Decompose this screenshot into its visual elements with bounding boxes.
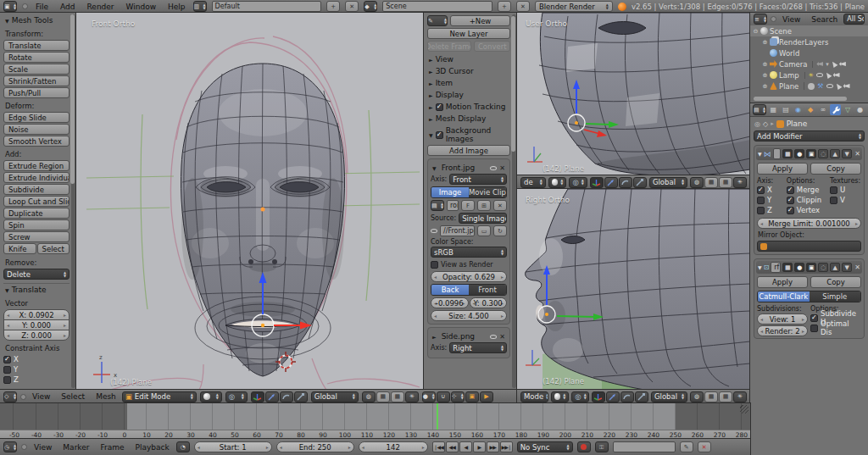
pivot-point-select[interactable]: ◎ [225,391,248,402]
open-file-icon[interactable]: ▭ [477,225,491,236]
manipulator-scale-icon[interactable] [294,391,308,402]
tool-button[interactable]: Spin [3,219,70,230]
viewport-shading-select[interactable] [200,391,222,402]
manipulator-scale-icon[interactable] [635,391,648,402]
view-panel-header[interactable]: View [427,53,510,65]
pivot-point-select[interactable]: ◎ [569,177,587,188]
mod-delete-icon[interactable]: ✕ [854,150,860,158]
manipulator-arrow-icon[interactable] [606,391,620,402]
manipulator-rotate-icon[interactable] [619,177,632,188]
editor-type-properties-icon[interactable]: ▤ [753,104,766,115]
tool-button[interactable]: Scale [3,64,70,75]
manipulator-arrow-icon[interactable] [265,391,279,402]
mod-moveup-icon[interactable]: ▲ [830,149,840,158]
constraint-z-row[interactable]: Z [3,375,70,385]
editor-type-outliner-icon[interactable]: ≡ [754,14,767,25]
back-tab[interactable]: Back [431,285,469,295]
viewport-user[interactable]: User Ortho (142) Plane [517,13,750,175]
proportional-edit-icon[interactable]: ✳ [733,391,747,402]
mirror-object-field[interactable] [757,241,861,252]
tab-material-icon[interactable]: ● [854,104,865,115]
mod-edit-toggle-icon[interactable]: ▣ [806,149,816,158]
collapse-menus-icon[interactable] [21,444,27,450]
image-datablock-name[interactable]: ront.jpg [447,200,459,211]
viewport-shading-select[interactable] [548,177,566,188]
editor-type-3dview-icon[interactable]: ◇ [3,391,17,402]
tool-button[interactable]: Noise [3,124,70,135]
outliner-row-renderlayers[interactable]: ⊕ RenderLayers [750,36,868,47]
outliner-row-scene[interactable]: ⊖ Scene [750,25,868,36]
menu-item[interactable]: Help [165,3,188,11]
viewport-shading-select[interactable] [551,391,569,402]
delete-menu[interactable]: Delete [3,269,70,280]
layer-widget-icon[interactable]: ▦ [704,391,718,402]
vector-z-field[interactable]: Z: 0.000 [3,330,70,341]
mod-moveup-icon[interactable]: ▲ [830,263,840,272]
menu-item[interactable]: View [31,443,54,452]
layer-widget2-icon[interactable]: ▦ [391,391,404,402]
reload-icon[interactable]: ↻ [493,225,507,236]
knife-select-button[interactable]: Select [37,243,70,254]
collapse-menus-icon[interactable] [22,3,28,9]
view-subdivisions-field[interactable]: View: 1 [757,314,808,325]
mod-movedown-icon[interactable]: ▼ [842,149,852,158]
area-resize-grip[interactable] [740,405,748,413]
mirror-x-row[interactable]: X [757,185,785,195]
layer-widget2-icon[interactable]: ▦ [719,391,732,402]
mod-movedown-icon[interactable]: ▼ [842,263,852,272]
mirror-u-row[interactable]: U [830,185,861,195]
render-engine-select[interactable]: Blender Render [535,1,613,12]
menu-item[interactable]: Search [809,15,840,24]
layer-widget-icon[interactable]: ▦ [704,177,718,188]
layer-widget2-icon[interactable]: ▦ [719,177,732,188]
optimal-display-row[interactable]: Optimal Dis [810,323,861,333]
tool-button[interactable]: Push/Pull [3,87,70,98]
mode-select[interactable]: ▣Edit Mode [122,391,197,402]
front-tab[interactable]: Front [469,285,506,295]
editor-type-info-icon[interactable]: ▣ [3,1,17,12]
background-images-panel-header[interactable]: Background Images [427,125,510,145]
render-opengl-anim-icon[interactable]: ▶ [480,391,493,402]
menu-item[interactable]: Marker [60,443,92,452]
sync-mode-select[interactable]: No Sync [517,441,573,452]
menu-item[interactable]: View [780,15,803,24]
motion-tracking-panel-header[interactable]: Motion Tracking [427,101,510,113]
mode-select[interactable]: de [520,177,546,188]
outliner-filter-select[interactable]: All Scenes [843,14,865,25]
subsurf-apply-button[interactable]: Apply [757,276,808,288]
manipulator-rotate-icon[interactable] [620,391,634,402]
pin-icon[interactable]: ◎ [754,120,760,128]
proportional-edit-icon[interactable]: ✳ [733,177,747,188]
item-panel-header[interactable]: Item [427,77,510,89]
tab-render-icon[interactable]: ▦ [768,104,779,115]
end-frame-field[interactable]: End: 250 [276,441,354,452]
collapse-menus-icon[interactable] [771,16,776,22]
mirror-apply-button[interactable]: Apply [757,163,808,175]
tool-button[interactable]: Subdivide [3,184,70,195]
tab-modifiers-icon[interactable] [830,104,841,115]
restrict-toggles[interactable]: ▾ [812,61,846,68]
scene-browse-icon[interactable]: ◆ [364,1,377,12]
add-modifier-select[interactable]: Add Modifier [754,130,865,141]
outliner-hscrollbar[interactable] [754,97,847,101]
tool-button[interactable]: Translate [3,40,70,51]
mod-cage-toggle-icon[interactable]: ◌ [818,149,828,158]
screen-layout-icon[interactable]: ▥ [193,1,207,12]
mod-render-toggle-icon[interactable]: ▦ [782,149,793,158]
mesh-display-panel-header[interactable]: Mesh Display [427,113,510,125]
outliner-row-camera[interactable]: ⊕ Camera ▾ [750,58,868,69]
tool-button[interactable]: Smooth Vertex [3,136,70,147]
mirror-copy-button[interactable]: Copy [810,163,861,175]
play-reverse-button[interactable]: ◀ [459,441,472,452]
tool-button[interactable]: Loop Cut and Slide [3,196,70,207]
front-image-header[interactable]: Front.jpg ✕ [431,162,507,174]
mod-edit-toggle-icon[interactable]: ▣ [806,263,816,272]
tool-button[interactable]: Rotate [3,52,70,63]
menu-item[interactable]: Add [58,3,77,11]
offset-y-field[interactable]: Y: 0.300 [470,297,508,308]
layer-widget-icon[interactable]: ▦ [376,391,390,402]
merge-row[interactable]: Merge [787,185,828,195]
grease-pencil-icon[interactable]: ✎ [427,15,448,26]
record-button[interactable] [577,441,591,452]
manipulator-rotate-icon[interactable] [280,391,293,402]
